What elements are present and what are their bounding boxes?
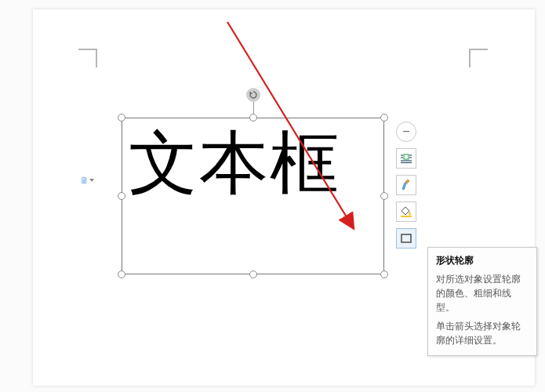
layout-icon bbox=[400, 153, 412, 164]
rotate-icon bbox=[249, 90, 258, 100]
margin-mark-top-right bbox=[469, 49, 488, 67]
shape-fill-button[interactable] bbox=[396, 201, 416, 222]
resize-handle-br[interactable] bbox=[380, 270, 388, 278]
svg-rect-11 bbox=[401, 234, 411, 242]
shape-outline-icon bbox=[400, 232, 412, 245]
textbox-frame[interactable]: 文本框 bbox=[122, 118, 384, 274]
paste-options-button[interactable] bbox=[82, 172, 94, 188]
app-canvas: 文本框 − bbox=[0, 0, 545, 392]
rotation-handle[interactable] bbox=[246, 88, 260, 102]
resize-handle-bm[interactable] bbox=[249, 270, 257, 278]
format-painter-button[interactable] bbox=[396, 175, 416, 195]
tooltip-title: 形状轮廓 bbox=[436, 254, 529, 267]
tooltip-line2: 单击箭头选择对象轮廓的详细设置。 bbox=[436, 319, 529, 347]
minus-icon: − bbox=[402, 125, 409, 138]
tooltip-body: 对所选对象设置轮廓的颜色、粗细和线型。 单击箭头选择对象轮廓的详细设置。 bbox=[436, 272, 529, 347]
shape-tool-strip: − bbox=[395, 122, 417, 249]
shape-outline-button[interactable] bbox=[396, 228, 416, 249]
resize-handle-ml[interactable] bbox=[118, 192, 125, 200]
chevron-down-icon bbox=[89, 179, 94, 182]
resize-handle-bl[interactable] bbox=[118, 270, 125, 278]
selected-textbox[interactable]: 文本框 bbox=[122, 118, 384, 274]
resize-handle-mr[interactable] bbox=[380, 192, 388, 200]
tooltip: 形状轮廓 对所选对象设置轮廓的颜色、粗细和线型。 单击箭头选择对象轮廓的详细设置… bbox=[427, 247, 537, 356]
layout-options-button[interactable] bbox=[396, 148, 416, 169]
margin-mark-top-left bbox=[78, 49, 97, 67]
svg-rect-10 bbox=[401, 216, 412, 217]
svg-rect-3 bbox=[404, 154, 409, 159]
resize-handle-tl[interactable] bbox=[118, 114, 125, 122]
collapse-strip-button[interactable]: − bbox=[396, 122, 416, 142]
textbox-content[interactable]: 文本框 bbox=[129, 129, 340, 198]
resize-handle-tm[interactable] bbox=[249, 114, 257, 122]
fill-bucket-icon bbox=[400, 205, 412, 218]
document-icon bbox=[82, 173, 87, 187]
format-brush-icon bbox=[400, 179, 412, 191]
tooltip-line1: 对所选对象设置轮廓的颜色、粗细和线型。 bbox=[436, 272, 529, 314]
resize-handle-tr[interactable] bbox=[380, 114, 388, 122]
